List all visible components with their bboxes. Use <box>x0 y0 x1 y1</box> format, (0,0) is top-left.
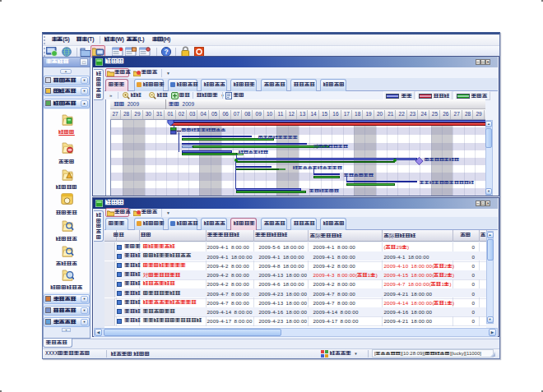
svg-text:?: ? <box>164 48 168 56</box>
